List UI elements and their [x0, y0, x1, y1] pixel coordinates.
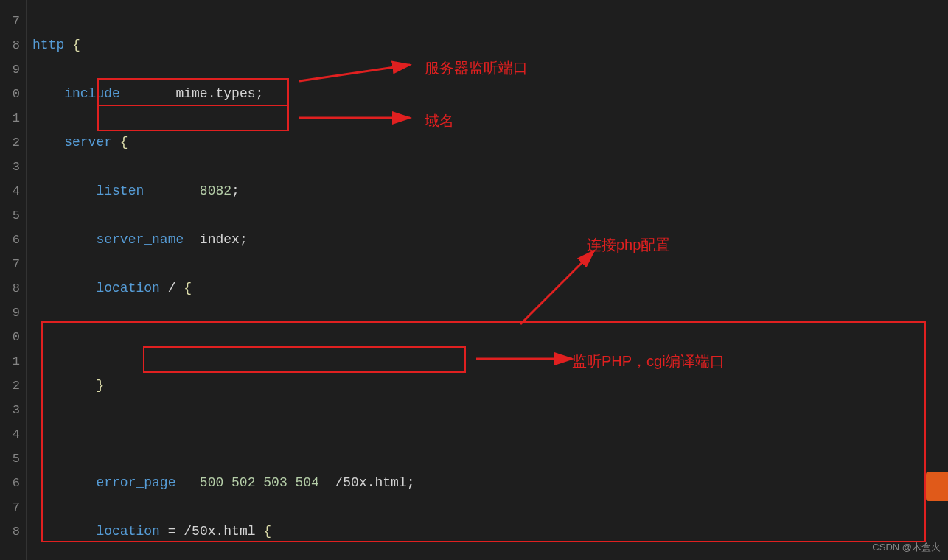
- line-number: 5: [0, 447, 20, 471]
- line-number: 4: [0, 179, 20, 203]
- line-number: 8: [0, 276, 20, 301]
- line-number: 8: [0, 519, 20, 544]
- arrow-4: [469, 350, 579, 368]
- directive-listen: listen: [96, 183, 144, 198]
- line-number: 1: [0, 349, 20, 374]
- keyword-http: http: [32, 38, 64, 52]
- highlight-server-name: [97, 105, 289, 131]
- line-number: 9: [0, 301, 20, 325]
- line-number: 4: [0, 422, 20, 447]
- line-number: 3: [0, 398, 20, 422]
- annotation-domain: 域名: [425, 109, 454, 133]
- value: mime.types: [175, 86, 255, 101]
- watermark: CSDN @木盒火: [872, 541, 941, 554]
- line-number: 1: [0, 106, 20, 130]
- highlight-fastcgi-pass: [143, 346, 466, 373]
- svg-line-0: [299, 65, 410, 81]
- directive-location: location: [96, 524, 159, 539]
- line-number: 7: [0, 9, 20, 33]
- line-number: 2: [0, 130, 20, 155]
- directive-error-page: error_page: [96, 475, 175, 490]
- line-number: 9: [0, 57, 20, 82]
- line-number: 0: [0, 82, 20, 106]
- line-number: 7: [0, 252, 20, 276]
- line-number: 3: [0, 155, 20, 179]
- code-editor: 7 8 9 0 1 2 3 4 5 6 7 8 9 0 1 2 3 4 5 6 …: [0, 0, 948, 560]
- annotation-php-config: 连接php配置: [587, 233, 670, 257]
- annotation-php-cgi-port: 监听PHP，cgi编译端口: [572, 349, 725, 374]
- line-number: 5: [0, 203, 20, 228]
- line-number: 8: [0, 33, 20, 57]
- directive-location: location: [96, 281, 159, 295]
- brace: {: [120, 135, 128, 150]
- line-number-gutter: 7 8 9 0 1 2 3 4 5 6 7 8 9 0 1 2 3 4 5 6 …: [0, 0, 27, 560]
- line-number: 2: [0, 374, 20, 398]
- directive-include: include: [64, 86, 120, 101]
- status-codes: 500 502 503 504: [200, 475, 319, 490]
- arrow-2: [292, 107, 417, 129]
- line-number: 0: [0, 325, 20, 349]
- value: index: [200, 232, 240, 247]
- line-number: 6: [0, 228, 20, 252]
- keyword-server: server: [64, 135, 112, 150]
- annotation-listen-port: 服务器监听端口: [425, 56, 528, 80]
- line-number: 6: [0, 471, 20, 495]
- directive-server-name: server_name: [96, 232, 184, 247]
- brace: {: [72, 38, 80, 52]
- side-badge-icon: [926, 472, 948, 501]
- port-number: 8082: [200, 183, 231, 198]
- line-number: 7: [0, 495, 20, 519]
- brace: }: [96, 378, 104, 393]
- code-content[interactable]: http { include mime.types; server { list…: [27, 0, 948, 560]
